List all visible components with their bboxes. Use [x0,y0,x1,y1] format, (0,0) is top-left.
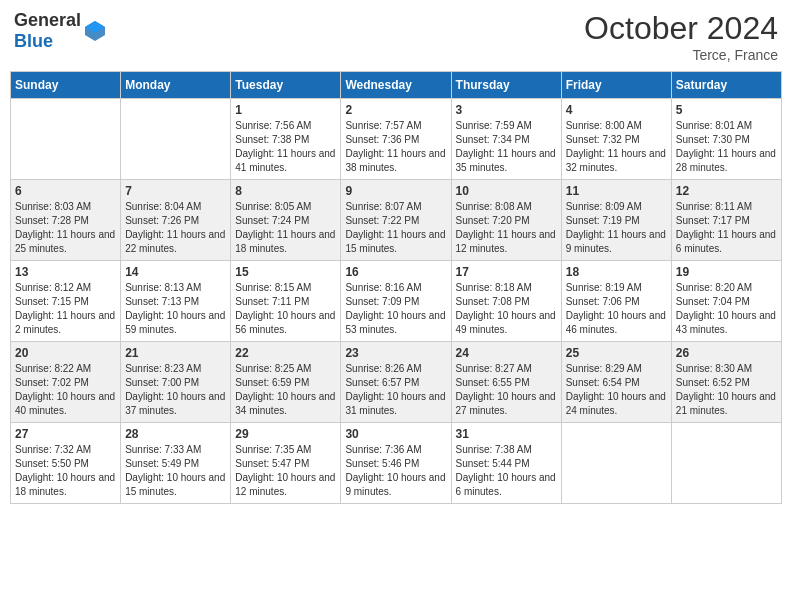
day-info: Sunrise: 7:57 AMSunset: 7:36 PMDaylight:… [345,119,446,175]
logo-blue: Blue [14,31,53,51]
day-info: Sunrise: 8:13 AMSunset: 7:13 PMDaylight:… [125,281,226,337]
day-number: 30 [345,427,446,441]
day-info: Sunrise: 8:11 AMSunset: 7:17 PMDaylight:… [676,200,777,256]
calendar-table: Sunday Monday Tuesday Wednesday Thursday… [10,71,782,504]
day-number: 23 [345,346,446,360]
day-number: 17 [456,265,557,279]
calendar-cell: 6Sunrise: 8:03 AMSunset: 7:28 PMDaylight… [11,180,121,261]
calendar-cell: 3Sunrise: 7:59 AMSunset: 7:34 PMDaylight… [451,99,561,180]
day-number: 25 [566,346,667,360]
calendar-cell: 26Sunrise: 8:30 AMSunset: 6:52 PMDayligh… [671,342,781,423]
calendar-cell: 25Sunrise: 8:29 AMSunset: 6:54 PMDayligh… [561,342,671,423]
header-saturday: Saturday [671,72,781,99]
calendar-cell: 1Sunrise: 7:56 AMSunset: 7:38 PMDaylight… [231,99,341,180]
day-info: Sunrise: 8:20 AMSunset: 7:04 PMDaylight:… [676,281,777,337]
calendar-cell: 5Sunrise: 8:01 AMSunset: 7:30 PMDaylight… [671,99,781,180]
day-info: Sunrise: 7:36 AMSunset: 5:46 PMDaylight:… [345,443,446,499]
day-number: 31 [456,427,557,441]
day-info: Sunrise: 8:16 AMSunset: 7:09 PMDaylight:… [345,281,446,337]
calendar-cell [671,423,781,504]
day-number: 7 [125,184,226,198]
logo: General Blue [14,10,107,52]
calendar-cell: 12Sunrise: 8:11 AMSunset: 7:17 PMDayligh… [671,180,781,261]
day-info: Sunrise: 8:26 AMSunset: 6:57 PMDaylight:… [345,362,446,418]
calendar-cell: 8Sunrise: 8:05 AMSunset: 7:24 PMDaylight… [231,180,341,261]
day-number: 15 [235,265,336,279]
day-info: Sunrise: 7:35 AMSunset: 5:47 PMDaylight:… [235,443,336,499]
day-number: 29 [235,427,336,441]
header-thursday: Thursday [451,72,561,99]
day-info: Sunrise: 8:19 AMSunset: 7:06 PMDaylight:… [566,281,667,337]
calendar-cell: 27Sunrise: 7:32 AMSunset: 5:50 PMDayligh… [11,423,121,504]
calendar-week-row: 6Sunrise: 8:03 AMSunset: 7:28 PMDaylight… [11,180,782,261]
calendar-cell: 17Sunrise: 8:18 AMSunset: 7:08 PMDayligh… [451,261,561,342]
calendar-cell: 28Sunrise: 7:33 AMSunset: 5:49 PMDayligh… [121,423,231,504]
header-tuesday: Tuesday [231,72,341,99]
location-subtitle: Terce, France [584,47,778,63]
calendar-cell: 10Sunrise: 8:08 AMSunset: 7:20 PMDayligh… [451,180,561,261]
logo-icon [83,19,107,43]
day-number: 18 [566,265,667,279]
calendar-cell: 13Sunrise: 8:12 AMSunset: 7:15 PMDayligh… [11,261,121,342]
logo-general: General [14,10,81,30]
calendar-cell: 16Sunrise: 8:16 AMSunset: 7:09 PMDayligh… [341,261,451,342]
day-info: Sunrise: 7:38 AMSunset: 5:44 PMDaylight:… [456,443,557,499]
day-info: Sunrise: 8:29 AMSunset: 6:54 PMDaylight:… [566,362,667,418]
calendar-cell [11,99,121,180]
page-header: General Blue October 2024 Terce, France [10,10,782,63]
calendar-cell: 14Sunrise: 8:13 AMSunset: 7:13 PMDayligh… [121,261,231,342]
day-number: 2 [345,103,446,117]
header-wednesday: Wednesday [341,72,451,99]
calendar-cell: 4Sunrise: 8:00 AMSunset: 7:32 PMDaylight… [561,99,671,180]
calendar-week-row: 20Sunrise: 8:22 AMSunset: 7:02 PMDayligh… [11,342,782,423]
day-info: Sunrise: 8:15 AMSunset: 7:11 PMDaylight:… [235,281,336,337]
day-number: 24 [456,346,557,360]
day-info: Sunrise: 8:05 AMSunset: 7:24 PMDaylight:… [235,200,336,256]
day-number: 8 [235,184,336,198]
calendar-week-row: 1Sunrise: 7:56 AMSunset: 7:38 PMDaylight… [11,99,782,180]
day-info: Sunrise: 8:03 AMSunset: 7:28 PMDaylight:… [15,200,116,256]
day-number: 13 [15,265,116,279]
day-info: Sunrise: 8:18 AMSunset: 7:08 PMDaylight:… [456,281,557,337]
day-number: 22 [235,346,336,360]
calendar-cell: 30Sunrise: 7:36 AMSunset: 5:46 PMDayligh… [341,423,451,504]
day-number: 4 [566,103,667,117]
day-number: 21 [125,346,226,360]
day-number: 1 [235,103,336,117]
calendar-cell: 24Sunrise: 8:27 AMSunset: 6:55 PMDayligh… [451,342,561,423]
calendar-cell: 19Sunrise: 8:20 AMSunset: 7:04 PMDayligh… [671,261,781,342]
day-info: Sunrise: 8:27 AMSunset: 6:55 PMDaylight:… [456,362,557,418]
calendar-week-row: 13Sunrise: 8:12 AMSunset: 7:15 PMDayligh… [11,261,782,342]
day-info: Sunrise: 8:00 AMSunset: 7:32 PMDaylight:… [566,119,667,175]
header-sunday: Sunday [11,72,121,99]
day-number: 3 [456,103,557,117]
header-friday: Friday [561,72,671,99]
day-number: 5 [676,103,777,117]
day-number: 20 [15,346,116,360]
day-info: Sunrise: 8:07 AMSunset: 7:22 PMDaylight:… [345,200,446,256]
day-number: 26 [676,346,777,360]
day-number: 12 [676,184,777,198]
calendar-cell [121,99,231,180]
calendar-cell: 11Sunrise: 8:09 AMSunset: 7:19 PMDayligh… [561,180,671,261]
title-section: October 2024 Terce, France [584,10,778,63]
month-year-title: October 2024 [584,10,778,47]
day-info: Sunrise: 8:01 AMSunset: 7:30 PMDaylight:… [676,119,777,175]
day-number: 27 [15,427,116,441]
day-info: Sunrise: 8:09 AMSunset: 7:19 PMDaylight:… [566,200,667,256]
calendar-cell: 31Sunrise: 7:38 AMSunset: 5:44 PMDayligh… [451,423,561,504]
calendar-cell: 2Sunrise: 7:57 AMSunset: 7:36 PMDaylight… [341,99,451,180]
calendar-cell: 15Sunrise: 8:15 AMSunset: 7:11 PMDayligh… [231,261,341,342]
day-number: 6 [15,184,116,198]
calendar-week-row: 27Sunrise: 7:32 AMSunset: 5:50 PMDayligh… [11,423,782,504]
day-number: 28 [125,427,226,441]
day-info: Sunrise: 8:22 AMSunset: 7:02 PMDaylight:… [15,362,116,418]
day-info: Sunrise: 8:23 AMSunset: 7:00 PMDaylight:… [125,362,226,418]
day-number: 19 [676,265,777,279]
calendar-cell [561,423,671,504]
day-info: Sunrise: 7:56 AMSunset: 7:38 PMDaylight:… [235,119,336,175]
calendar-cell: 9Sunrise: 8:07 AMSunset: 7:22 PMDaylight… [341,180,451,261]
day-number: 14 [125,265,226,279]
calendar-cell: 29Sunrise: 7:35 AMSunset: 5:47 PMDayligh… [231,423,341,504]
day-info: Sunrise: 7:33 AMSunset: 5:49 PMDaylight:… [125,443,226,499]
